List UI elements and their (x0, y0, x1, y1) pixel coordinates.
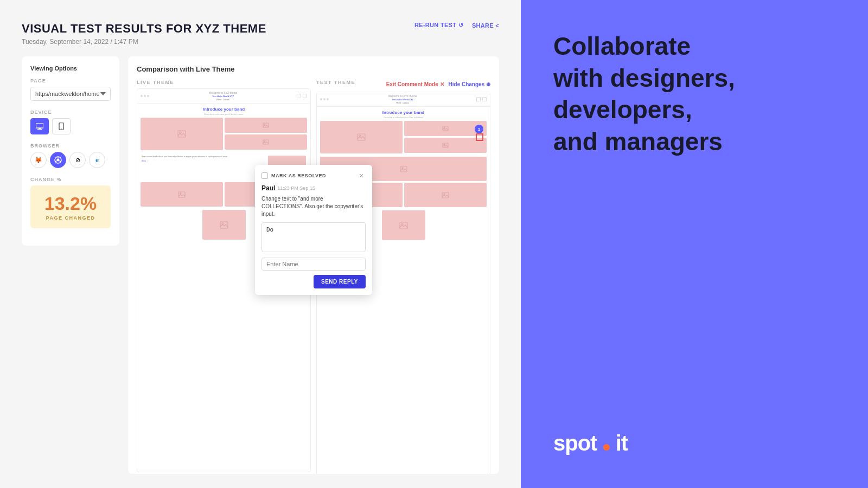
comment-name-input[interactable] (261, 258, 366, 271)
svg-point-6 (57, 159, 60, 162)
svg-point-4 (61, 129, 62, 130)
mockup-img1-live (141, 118, 223, 150)
viewing-options-label: Viewing Options (30, 65, 111, 72)
comment-timestamp: 11:23 PM Sep 15 (277, 185, 315, 191)
svg-rect-10 (178, 131, 186, 137)
mark-resolved-label: MARK AS RESOLVED (271, 173, 326, 178)
mockup-row1-test (320, 121, 487, 153)
mark-resolved-checkbox[interactable] (261, 172, 268, 179)
mockup-img1-test (320, 121, 403, 153)
svg-rect-12 (263, 123, 269, 127)
hero-title-line1: Collaborate (553, 33, 841, 60)
mockup-title-live: Welcome to XYZ themeTest Hello World XYZ… (149, 91, 297, 101)
change-percent: 13.2% (38, 193, 103, 214)
svg-rect-28 (443, 143, 448, 147)
svg-point-11 (180, 132, 181, 133)
top-actions: RE-RUN TEST ↺ SHARE < (414, 22, 499, 29)
logo-text-spot: spot it (553, 431, 628, 455)
browser-chrome-button[interactable] (50, 152, 66, 168)
rerun-test-button[interactable]: RE-RUN TEST ↺ (414, 22, 463, 29)
svg-point-13 (264, 124, 265, 125)
svg-point-27 (444, 127, 445, 129)
mockup-hero-live: Introduce your band (141, 107, 307, 112)
browser-firefox-button[interactable]: 🦊 (30, 152, 47, 168)
send-reply-button[interactable]: SEND REPLY (314, 275, 366, 288)
svg-rect-14 (263, 140, 269, 144)
svg-point-29 (444, 144, 445, 145)
hero-title-line3: developers, (553, 96, 841, 124)
send-reply-row: SEND REPLY (261, 275, 366, 288)
comparison-title: Comparison with Live Theme (137, 65, 490, 73)
svg-rect-0 (36, 123, 43, 128)
change-label: CHANGE % (30, 177, 111, 182)
device-mobile-button[interactable] (52, 118, 71, 134)
browser-section: BROWSER 🦊 ⊘ e (30, 143, 111, 168)
comment-author-row: Paul 11:23 PM Sep 15 (261, 184, 366, 192)
change-section: CHANGE % 13.2% PAGE CHANGED (30, 177, 111, 228)
svg-rect-1 (39, 128, 41, 129)
device-buttons (30, 118, 111, 134)
comment-reply-input[interactable]: Do (261, 222, 366, 252)
browser-label: BROWSER (30, 143, 111, 149)
live-theme-label: LIVE THEME (137, 80, 311, 85)
test-theme-actions: Exit Comment Mode ✕ Hide Changes ⊕ (386, 81, 490, 87)
mockup-title-test: Welcome to XYZ themeTest Hello World XYZ… (329, 94, 476, 104)
mockup-img2-live (225, 118, 307, 133)
device-label: DEVICE (30, 110, 111, 115)
svg-point-23 (222, 223, 224, 224)
mockup-row1-live (141, 118, 307, 150)
mockup-img5-live (141, 182, 223, 207)
page-label: PAGE (30, 78, 111, 84)
mockup-img3-live (225, 134, 307, 150)
svg-point-37 (401, 223, 403, 225)
browser-safari-button[interactable]: ⊘ (69, 152, 86, 168)
svg-point-35 (444, 193, 445, 194)
svg-point-31 (401, 167, 403, 168)
comment-marker[interactable]: 1 (475, 125, 483, 133)
mockup-img7-test (382, 210, 425, 240)
svg-rect-30 (400, 166, 407, 172)
svg-point-15 (264, 141, 265, 142)
comment-popup-header: MARK AS RESOLVED × (261, 171, 366, 180)
mockup-hero-sub-test: Describe a collection you'd like to feat… (320, 116, 487, 119)
hero-text: Collaborate with designers, developers, … (553, 33, 841, 159)
logo-dot (603, 444, 610, 451)
hero-title-line4: and managers (553, 128, 841, 156)
device-desktop-button[interactable] (30, 118, 49, 134)
svg-rect-26 (443, 126, 448, 131)
page-select[interactable]: https/mackweldon/home (30, 87, 111, 101)
svg-rect-18 (178, 192, 185, 197)
page-section: PAGE https/mackweldon/home (30, 78, 111, 101)
svg-rect-24 (358, 134, 365, 140)
test-theme-label: TEST THEME (316, 80, 355, 85)
main-content: Viewing Options PAGE https/mackweldon/ho… (22, 56, 499, 474)
logo-area: spot it (553, 431, 841, 455)
mockup-img3-test (404, 138, 487, 153)
comment-author-name: Paul (261, 184, 275, 192)
svg-rect-22 (220, 222, 228, 228)
mockup-header-live: Welcome to XYZ themeTest Hello World XYZ… (137, 89, 310, 104)
change-box: 13.2% PAGE CHANGED (30, 185, 111, 228)
left-panel: VISUAL TEST RESULTS FOR XYZ THEME Tuesda… (0, 0, 521, 488)
exit-comment-button[interactable]: Exit Comment Mode ✕ (386, 81, 444, 87)
mark-resolved-row: MARK AS RESOLVED (261, 172, 326, 179)
mockup-hero-test: Introduce your band (320, 110, 487, 115)
share-button[interactable]: SHARE < (472, 22, 499, 29)
device-section: DEVICE (30, 110, 111, 134)
comment-body-text: Change text to "and more COLLECTIONS". A… (261, 195, 366, 218)
comment-popup: MARK AS RESOLVED × Paul 11:23 PM Sep 15 … (255, 165, 372, 295)
svg-rect-2 (37, 129, 42, 130)
red-box-marker (476, 133, 483, 141)
comment-close-button[interactable]: × (357, 171, 366, 180)
hero-title-line2: with designers, (553, 65, 841, 92)
comparison-area: Comparison with Live Theme LIVE THEME We… (128, 56, 499, 474)
hide-changes-button[interactable]: Hide Changes ⊕ (449, 81, 490, 87)
browser-buttons: 🦊 ⊘ e (30, 152, 111, 168)
svg-rect-34 (442, 192, 449, 198)
mockup-hero-sub-live: Describe a collection you'd like to feat… (141, 113, 307, 115)
browser-edge-button[interactable]: e (89, 152, 105, 168)
mockup-img6-test (404, 183, 487, 207)
svg-point-19 (180, 192, 181, 194)
page-subtitle: Tuesday, September 14, 2022 / 1:47 PM (22, 38, 499, 46)
svg-point-25 (359, 135, 361, 137)
